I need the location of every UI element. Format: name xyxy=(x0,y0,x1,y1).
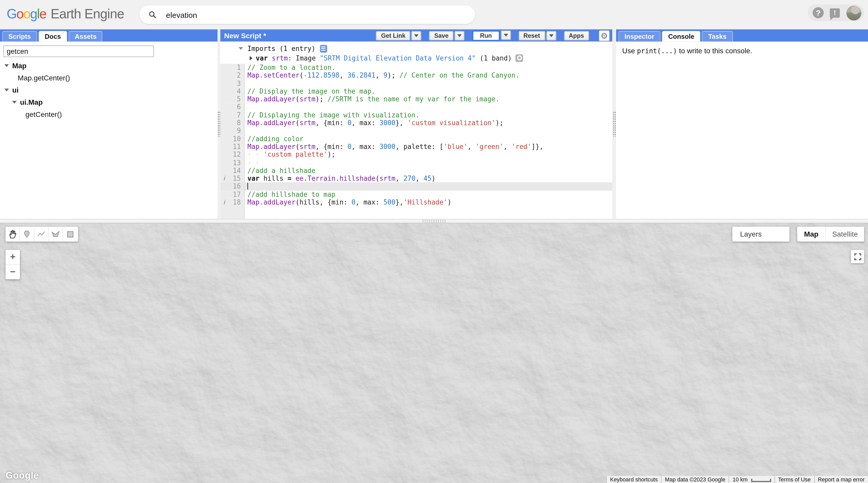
run-dropdown-button[interactable] xyxy=(501,30,511,39)
drag-grip-icon[interactable] xyxy=(613,111,616,137)
tree-collapse-arrow-icon[interactable] xyxy=(4,64,9,67)
search-input[interactable] xyxy=(166,10,475,19)
attribution-keyboard-shortcuts[interactable]: Keyboard shortcuts xyxy=(606,476,661,483)
code-token: 3000 xyxy=(379,143,396,151)
import-entry[interactable]: var srtm: Image "SRTM Digital Elevation … xyxy=(220,53,612,63)
code-line-8[interactable]: 8Map.addLayer(srtm, {min: 0, max: 3000},… xyxy=(220,119,612,127)
code-line-12[interactable]: 12· · 'custom palette'); xyxy=(220,151,612,159)
drag-grip-icon[interactable] xyxy=(218,111,220,137)
account-area: ? ! xyxy=(808,4,864,21)
dataset-search-bar[interactable] xyxy=(140,5,475,24)
pan-hand-icon[interactable] xyxy=(5,227,20,242)
marker-icon[interactable] xyxy=(20,227,34,242)
tab-scripts[interactable]: Scripts xyxy=(2,31,37,41)
tree-item-ui[interactable]: ui xyxy=(0,84,218,96)
code-token: (hills, {min: xyxy=(296,198,351,206)
code-line-5[interactable]: 5Map.addLayer(srtm); //SRTM is the name … xyxy=(220,95,612,104)
console-hint: Use print(...) to write to this console. xyxy=(616,41,868,60)
code-line-10[interactable]: 10//adding color xyxy=(220,135,612,143)
code-line-text: Map.addLayer(hills, {min: 0, max: 500},'… xyxy=(245,198,451,206)
avatar[interactable] xyxy=(846,5,861,20)
save-button[interactable]: Save xyxy=(429,31,454,40)
map-canvas[interactable]: + − Layers Map Satellite Google Keyboard… xyxy=(0,223,868,483)
code-line-7[interactable]: 7// Displaying the image with visualizat… xyxy=(220,111,612,119)
reset-dropdown-button[interactable] xyxy=(546,31,556,40)
code-line-6[interactable]: 6 xyxy=(220,104,612,111)
get-link-dropdown-button[interactable] xyxy=(411,31,422,40)
line-number: 3 xyxy=(228,80,244,88)
code-line-3[interactable]: 3 xyxy=(220,80,612,88)
tree-item-label: ui.Map xyxy=(20,98,43,106)
line-number: 4 xyxy=(228,87,244,95)
lint-info-icon[interactable]: i xyxy=(220,198,228,206)
tree-collapse-arrow-icon[interactable] xyxy=(4,88,9,91)
rectangle-icon[interactable] xyxy=(63,227,78,242)
polyline-icon[interactable] xyxy=(34,227,49,242)
layers-button[interactable]: Layers xyxy=(733,227,789,242)
code-line-13[interactable]: 13· · xyxy=(220,159,612,167)
drag-grip-icon[interactable] xyxy=(422,220,446,223)
get-link-button[interactable]: Get Link xyxy=(376,31,410,40)
code-token: ); xyxy=(495,119,503,127)
collapse-arrow-icon[interactable] xyxy=(239,47,243,50)
tree-item-map-getcenter-[interactable]: Map.getCenter() xyxy=(0,72,218,84)
code-line-4[interactable]: 4// Display the image on the map. xyxy=(220,87,612,95)
code-token: //add hillshade to map xyxy=(247,191,336,198)
code-line-9[interactable]: 9 xyxy=(220,127,612,135)
tab-assets[interactable]: Assets xyxy=(69,31,102,41)
run-button[interactable]: Run xyxy=(472,30,500,41)
code-line-1[interactable]: 1// Zoom to a location. xyxy=(220,64,612,72)
reset-button[interactable]: Reset xyxy=(519,31,545,40)
save-dropdown-button[interactable] xyxy=(455,31,465,40)
tab-tasks[interactable]: Tasks xyxy=(702,31,733,41)
zoom-in-button[interactable]: + xyxy=(5,250,20,265)
map-panel-divider[interactable] xyxy=(0,219,868,223)
logo-letter: o xyxy=(17,6,23,21)
code-gutter: i15 xyxy=(220,174,245,182)
code-line-16[interactable]: 16 xyxy=(220,182,612,191)
map-type-map-button[interactable]: Map xyxy=(797,227,826,242)
code-gutter: 13 xyxy=(220,159,245,167)
line-number: 9 xyxy=(228,127,244,135)
tree-collapse-arrow-icon[interactable] xyxy=(12,101,17,104)
tree-item-ui-map[interactable]: ui.Map xyxy=(0,96,218,108)
tree-item-getcenter-[interactable]: getCenter() xyxy=(0,108,218,120)
code-token: , {min: xyxy=(315,119,347,127)
fullscreen-button[interactable] xyxy=(851,250,864,263)
code-editor[interactable]: 1// Zoom to a location.2Map.setCenter(-1… xyxy=(220,64,612,219)
lint-info-icon[interactable]: i xyxy=(220,174,228,182)
expand-arrow-icon[interactable] xyxy=(250,56,252,60)
app-header: Google Earth Engine ? ! xyxy=(0,0,868,29)
help-icon[interactable]: ? xyxy=(813,7,824,18)
panel-divider-right[interactable] xyxy=(612,29,616,219)
zoom-out-button[interactable]: − xyxy=(5,265,20,279)
generated-code-icon[interactable] xyxy=(320,45,327,53)
panel-divider-left[interactable] xyxy=(218,29,220,219)
earth-engine-app: Google Earth Engine ? ! ScriptsDocsAsset… xyxy=(0,0,868,483)
code-line-17[interactable]: 17//add hillshade to map xyxy=(220,191,612,199)
imports-header[interactable]: Imports (1 entry) xyxy=(220,44,612,53)
attribution-report-a-map-error[interactable]: Report a map error xyxy=(814,476,868,483)
tab-inspector[interactable]: Inspector xyxy=(618,31,660,41)
map-type-satellite-button[interactable]: Satellite xyxy=(826,227,864,242)
tab-console[interactable]: Console xyxy=(662,31,701,41)
code-line-11[interactable]: 11Map.addLayer(srtm, {min: 0, max: 3000,… xyxy=(220,143,612,151)
code-line-15[interactable]: i15var hills = ee.Terrain.hillshade(srtm… xyxy=(220,174,612,182)
code-gutter: 2 xyxy=(220,72,245,80)
code-line-2[interactable]: 2Map.setCenter(-112.8598, 36.2841, 9); /… xyxy=(220,72,612,80)
tree-item-map[interactable]: Map xyxy=(0,59,218,72)
attribution-terms-of-use[interactable]: Terms of Use xyxy=(774,476,814,483)
tab-docs[interactable]: Docs xyxy=(38,31,67,41)
code-line-14[interactable]: 14//add a hillshade xyxy=(220,167,612,175)
code-gutter: 6 xyxy=(220,104,245,111)
code-token: }, xyxy=(396,198,404,206)
apps-button[interactable]: Apps xyxy=(564,31,589,40)
code-gutter xyxy=(220,206,245,219)
docs-filter-input[interactable] xyxy=(3,46,154,57)
settings-gear-icon[interactable]: ⚙ xyxy=(599,30,610,41)
code-token: 0 xyxy=(351,198,355,206)
code-line-18[interactable]: i18Map.addLayer(hills, {min: 0, max: 500… xyxy=(220,198,612,206)
feedback-icon[interactable]: ! xyxy=(830,8,840,17)
polygon-icon[interactable] xyxy=(49,227,63,242)
zoom-to-asset-icon[interactable] xyxy=(516,54,523,62)
